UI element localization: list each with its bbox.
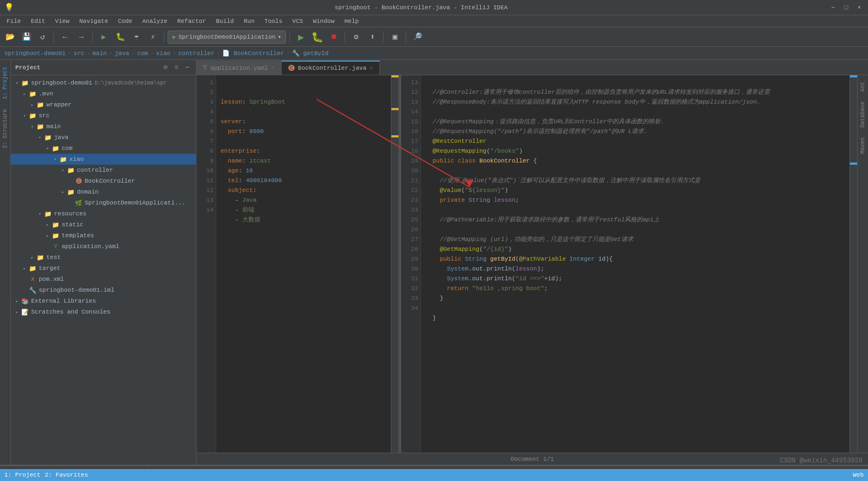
tree-item-iml[interactable]: ▸ 🔧 springboot-demo01.iml: [11, 285, 196, 296]
terminal-icon[interactable]: ▣: [387, 29, 402, 45]
tree-label-pomxml: pom.xml: [39, 276, 64, 282]
tree-arrow: ▸: [59, 189, 67, 195]
menu-help[interactable]: Help: [340, 17, 363, 26]
tab-database[interactable]: Database: [859, 97, 867, 132]
search-everywhere-icon[interactable]: 🔎: [409, 29, 425, 45]
tree-arrow: ▾: [51, 157, 59, 163]
menu-window[interactable]: Window: [308, 17, 339, 26]
tree-item-controller[interactable]: ▾ 📁 controller: [11, 165, 196, 176]
open-button[interactable]: 📂: [2, 29, 17, 45]
status-favorites[interactable]: 2: Favorites: [45, 472, 88, 478]
iml-icon: 🔧: [28, 286, 37, 294]
project-panel: Project ⚙ ≡ − ▾ 📁 springboot-demo01 D:\j…: [11, 60, 197, 465]
tab-java[interactable]: 🅒 BookController.java ×: [282, 61, 380, 75]
debug-icon[interactable]: 🐛: [112, 29, 128, 45]
menu-analyze[interactable]: Analyze: [138, 17, 171, 26]
yaml-tab-icon: Y: [203, 64, 207, 72]
maximize-button[interactable]: □: [842, 3, 851, 12]
menu-code[interactable]: Code: [114, 17, 136, 26]
tree-arrow: ▾: [36, 211, 44, 217]
back-button[interactable]: ←: [57, 29, 73, 45]
minimize-button[interactable]: −: [829, 3, 837, 12]
tree-item-springbootapp[interactable]: ▸ 🌿 SpringbootDemo01Applicati...: [11, 197, 196, 208]
tree-item-scratches[interactable]: ▸ 📝 Scratches and Consoles: [11, 306, 196, 317]
minimize-panel-icon[interactable]: −: [183, 63, 192, 72]
tree-item-main[interactable]: ▾ 📁 main: [11, 121, 196, 132]
coverage-icon[interactable]: ☂: [129, 29, 144, 45]
tree-arrow: ▾: [44, 146, 51, 152]
folder-icon: 📁: [44, 209, 52, 218]
tree-label-resources: resources: [54, 211, 86, 217]
run-main-button[interactable]: ▶: [293, 29, 308, 45]
tree-item-com[interactable]: ▾ 📁 com: [11, 143, 196, 154]
menu-edit[interactable]: Edit: [26, 17, 49, 26]
tree-item-target[interactable]: ▸ 📁 target: [11, 263, 196, 274]
tree-item-src[interactable]: ▾ 📁 src: [11, 110, 196, 121]
menu-run[interactable]: Run: [239, 17, 259, 26]
nav-bookcontroller[interactable]: 📄 BookController: [222, 50, 284, 57]
tree-item-xiao[interactable]: ▾ 📁 xiao: [11, 154, 196, 165]
tree-item-test[interactable]: ▸ 📁 test: [11, 252, 196, 263]
java-pane: 1112131415 1617181920 2122232425 2627282…: [401, 75, 857, 453]
menu-navigate[interactable]: Navigate: [75, 17, 112, 26]
java-tab-close[interactable]: ×: [370, 65, 373, 71]
tree-label-extlibs: External Libraries: [31, 298, 96, 304]
stop-button[interactable]: ■: [326, 29, 341, 45]
tree-item-templates[interactable]: ▸ 📁 templates: [11, 230, 196, 241]
java-code[interactable]: //@Controller:通常用于修饰controller层的组件，由控制器负…: [421, 75, 849, 453]
tree-item-bookcontroller[interactable]: ▸ 🅒 BookController: [11, 176, 196, 187]
tab-ant[interactable]: Ant: [859, 77, 867, 96]
profile-icon[interactable]: ⚡: [145, 29, 160, 45]
nav-com[interactable]: com: [137, 50, 148, 57]
nav-getbyid[interactable]: 🔧 getById: [292, 50, 329, 57]
tree-label-static: static: [62, 221, 84, 228]
status-web[interactable]: Web: [853, 472, 864, 478]
nav-controller[interactable]: controller: [179, 50, 215, 57]
forward-button[interactable]: →: [74, 29, 89, 45]
close-button[interactable]: ×: [855, 3, 864, 12]
yaml-code[interactable]: lesson: SpringBoot server: port: 8000 en…: [216, 75, 391, 453]
menu-bar: File Edit View Navigate Code Analyze Ref…: [0, 15, 868, 27]
nav-xiao[interactable]: xiao: [156, 50, 170, 57]
update-icon[interactable]: ⬆: [365, 29, 380, 45]
nav-project[interactable]: springboot-demo01: [4, 50, 66, 57]
menu-tools[interactable]: Tools: [260, 17, 287, 26]
sync-button[interactable]: ↺: [35, 29, 50, 45]
status-right: Web: [853, 472, 864, 478]
settings-icon[interactable]: ≡: [172, 63, 181, 72]
tree-item-java[interactable]: ▾ 📁 java: [11, 132, 196, 143]
menu-vcs[interactable]: VCS: [288, 17, 307, 26]
tree-label-src: src: [39, 112, 50, 119]
menu-file[interactable]: File: [2, 17, 25, 26]
tree-item-extlibs[interactable]: ▸ 📚 External Libraries: [11, 296, 196, 306]
tree-label-com: com: [62, 145, 73, 152]
vcs-icon[interactable]: ⚙: [348, 29, 364, 45]
tree-item-mvn[interactable]: ▸ 📁 .mvn: [11, 88, 196, 99]
debug-main-button[interactable]: 🐛: [310, 29, 325, 45]
nav-src[interactable]: src: [74, 50, 85, 57]
tree-item-wrapper[interactable]: ▸ 📁 wrapper: [11, 99, 196, 110]
nav-main[interactable]: main: [92, 50, 106, 57]
tab-project[interactable]: 1: Project: [1, 62, 9, 104]
run-icon[interactable]: ▶: [96, 29, 111, 45]
status-project[interactable]: 1: Project: [4, 472, 40, 478]
menu-build[interactable]: Build: [211, 17, 238, 26]
save-button[interactable]: 💾: [19, 29, 34, 45]
gear-icon[interactable]: ⚙: [161, 63, 170, 72]
menu-refactor[interactable]: Refactor: [173, 17, 211, 26]
tab-structure[interactable]: 2: Structure: [1, 105, 9, 153]
tree-item-pomxml[interactable]: ▸ X pom.xml: [11, 274, 196, 285]
nav-java[interactable]: java: [115, 50, 129, 57]
tab-maven[interactable]: Maven: [859, 133, 867, 158]
tree-item-resources[interactable]: ▾ 📁 resources: [11, 208, 196, 219]
tab-yaml[interactable]: Y application.yaml ×: [197, 61, 282, 75]
tree-item-appyaml[interactable]: ▸ Y application.yaml: [11, 241, 196, 252]
tree-item-static[interactable]: ▸ 📁 static: [11, 219, 196, 230]
yaml-tab-close[interactable]: ×: [271, 65, 275, 71]
tree-item-root[interactable]: ▾ 📁 springboot-demo01 D:\javadcode\heima…: [11, 77, 196, 88]
run-config-dropdown[interactable]: ▶ SpringbootDemo01Application ▾: [168, 31, 286, 44]
tree-item-domain[interactable]: ▸ 📁 domain: [11, 187, 196, 197]
menu-view[interactable]: View: [51, 17, 74, 26]
java-tab-label: BookController.java: [298, 65, 366, 71]
tree-label-xiao: xiao: [69, 156, 84, 163]
